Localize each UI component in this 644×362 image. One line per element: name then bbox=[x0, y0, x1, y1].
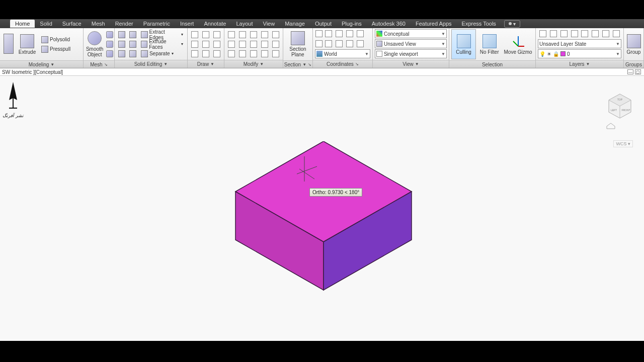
mesh-btn-2[interactable] bbox=[105, 40, 115, 49]
panel-title-coordinates[interactable]: Coordinates↘ bbox=[313, 60, 372, 68]
tab-layout[interactable]: Layout bbox=[231, 20, 258, 28]
move-btn[interactable] bbox=[226, 30, 236, 39]
tab-view[interactable]: View bbox=[258, 20, 280, 28]
solid-box[interactable] bbox=[233, 141, 414, 292]
ucs-btn-9[interactable] bbox=[345, 39, 355, 48]
tab-output[interactable]: Output bbox=[310, 20, 337, 28]
solid-subtract-btn[interactable] bbox=[117, 40, 127, 49]
panel-title-modify[interactable]: Modify▼ bbox=[224, 60, 283, 68]
visual-style-dropdown[interactable]: Conceptual▼ bbox=[375, 29, 447, 38]
tab-mesh[interactable]: Mesh bbox=[87, 20, 110, 28]
layer-btn-1[interactable] bbox=[538, 29, 548, 38]
ucs-btn-4[interactable] bbox=[345, 29, 355, 38]
rect-btn[interactable] bbox=[190, 49, 200, 58]
rotate-btn[interactable] bbox=[237, 30, 248, 39]
ucs-btn-10[interactable] bbox=[355, 39, 365, 48]
tab-insert[interactable]: Insert bbox=[175, 20, 199, 28]
ucs-btn-6[interactable] bbox=[315, 39, 323, 48]
layer-btn-2[interactable] bbox=[548, 29, 558, 38]
align-btn[interactable] bbox=[271, 30, 281, 39]
mesh-btn-1[interactable] bbox=[105, 30, 115, 39]
extrude-faces-button[interactable]: Extrude Faces▾ bbox=[139, 40, 185, 49]
stretch-btn[interactable] bbox=[226, 49, 236, 58]
arc-btn[interactable] bbox=[201, 30, 211, 39]
smooth-object-button[interactable]: Smooth Object bbox=[86, 29, 104, 59]
extrude-button[interactable]: Extrude bbox=[16, 29, 38, 59]
ribbon-toggle[interactable]: ▾ bbox=[504, 20, 520, 28]
viewcube[interactable]: TOP LEFT FRONT bbox=[605, 91, 635, 121]
presspull-button[interactable]: Presspull bbox=[39, 45, 72, 54]
section-plane-button[interactable]: Section Plane bbox=[285, 29, 310, 59]
panel-title-layers[interactable]: Layers▼ bbox=[536, 60, 623, 68]
explode-btn[interactable] bbox=[260, 40, 270, 49]
layer-btn-4[interactable] bbox=[570, 29, 580, 38]
mesh-btn-3[interactable] bbox=[105, 49, 115, 58]
box-button[interactable] bbox=[2, 29, 15, 59]
fillet-btn[interactable] bbox=[249, 40, 259, 49]
tab-featured-apps[interactable]: Featured Apps bbox=[411, 20, 457, 28]
ucs-btn-7[interactable] bbox=[324, 39, 334, 48]
ucs-btn-3[interactable] bbox=[334, 29, 344, 38]
polysolid-button[interactable]: Polysolid bbox=[39, 35, 72, 44]
solid-btn-6[interactable] bbox=[128, 49, 138, 58]
tab-annotate[interactable]: Annotate bbox=[199, 20, 231, 28]
scale-btn[interactable] bbox=[237, 49, 248, 58]
panel-title-draw[interactable]: Draw▼ bbox=[188, 60, 224, 68]
tab-manage[interactable]: Manage bbox=[280, 20, 310, 28]
layer-btn-6[interactable] bbox=[590, 29, 600, 38]
panel-title-modeling[interactable]: Modeling▼ bbox=[0, 60, 83, 68]
saved-view-dropdown[interactable]: Unsaved View▼ bbox=[375, 39, 447, 48]
viewport-dropdown[interactable]: Single viewport▼ bbox=[375, 49, 447, 58]
trim-btn[interactable] bbox=[249, 30, 259, 39]
layer-btn-5[interactable] bbox=[580, 29, 590, 38]
ucs-world-dropdown[interactable]: World▼ bbox=[315, 49, 370, 58]
tab-surface[interactable]: Surface bbox=[57, 20, 87, 28]
maximize-viewport-button[interactable]: ▢ bbox=[635, 69, 641, 74]
panel-title-mesh[interactable]: Mesh↘ bbox=[84, 60, 114, 68]
solid-btn-4[interactable] bbox=[128, 30, 138, 39]
culling-button[interactable]: Culling bbox=[451, 29, 476, 59]
line-btn[interactable] bbox=[190, 30, 200, 39]
polyline-btn[interactable] bbox=[190, 40, 200, 49]
tab-solid[interactable]: Solid bbox=[35, 20, 57, 28]
mirror-btn[interactable] bbox=[237, 40, 248, 49]
polygon-btn[interactable] bbox=[212, 40, 222, 49]
ucs-btn-5[interactable] bbox=[355, 29, 365, 38]
tab-plugins[interactable]: Plug-ins bbox=[337, 20, 367, 28]
tab-autodesk360[interactable]: Autodesk 360 bbox=[367, 20, 411, 28]
minimize-viewport-button[interactable]: — bbox=[627, 69, 633, 74]
ucs-btn-2[interactable] bbox=[324, 29, 334, 38]
viewport-label[interactable]: SW Isometric ][Conceptual] bbox=[2, 69, 63, 75]
wcs-indicator[interactable]: WCS ▾ bbox=[613, 140, 633, 147]
layer-btn-3[interactable] bbox=[559, 29, 569, 38]
modify-btn-14[interactable] bbox=[271, 40, 281, 49]
ucs-btn-1[interactable] bbox=[315, 29, 323, 38]
layer-btn-7[interactable] bbox=[601, 29, 611, 38]
hatch-btn[interactable] bbox=[212, 49, 222, 58]
solid-intersect-btn[interactable] bbox=[117, 49, 127, 58]
ucs-btn-8[interactable] bbox=[334, 39, 344, 48]
viewcube-home-icon[interactable] bbox=[606, 122, 616, 129]
layer-state-dropdown[interactable]: Unsaved Layer State▼ bbox=[538, 39, 621, 48]
solid-btn-5[interactable] bbox=[128, 40, 138, 49]
spline-btn[interactable] bbox=[212, 30, 222, 39]
extract-edges-button[interactable]: Extract Edges▾ bbox=[139, 30, 185, 39]
erase-btn[interactable] bbox=[260, 30, 270, 39]
tab-home[interactable]: Home bbox=[10, 20, 35, 28]
panel-title-solid-editing[interactable]: Solid Editing▼ bbox=[115, 60, 187, 68]
layer-btn-8[interactable] bbox=[611, 29, 621, 38]
group-button[interactable]: Group bbox=[626, 29, 641, 59]
ellipse-btn[interactable] bbox=[201, 49, 211, 58]
panel-title-view[interactable]: View▼ bbox=[373, 60, 449, 68]
solid-union-btn[interactable] bbox=[117, 30, 127, 39]
move-gizmo-button[interactable]: Move Gizmo bbox=[503, 29, 533, 59]
copy-btn[interactable] bbox=[226, 40, 236, 49]
panel-title-section[interactable]: Section▼↘ bbox=[283, 60, 312, 68]
tab-parametric[interactable]: Parametric bbox=[138, 20, 175, 28]
modify-btn-15[interactable] bbox=[271, 49, 281, 58]
separate-button[interactable]: Separate▾ bbox=[139, 49, 185, 58]
array-btn[interactable] bbox=[249, 49, 259, 58]
layer-dropdown[interactable]: 💡 ☀ 🔒 0▼ bbox=[538, 49, 621, 58]
drawing-canvas[interactable]: نشر آفرنگ Ortho: 0.9730 < 180° TOP LEFT … bbox=[0, 76, 644, 341]
tab-express-tools[interactable]: Express Tools bbox=[457, 20, 501, 28]
